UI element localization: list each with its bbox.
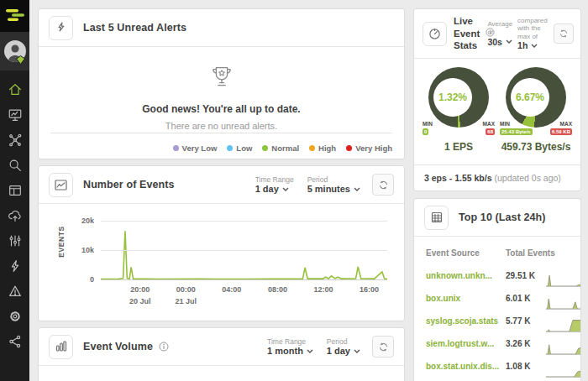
sidebar-item-alerts[interactable] [0, 253, 29, 279]
sidebar [0, 0, 29, 381]
user-avatar[interactable] [0, 32, 29, 70]
table-row[interactable]: syslog.scoja.stats5.77 K [414, 310, 580, 332]
column-total-events: Total Events [506, 248, 580, 258]
column-event-source: Event Source [426, 248, 506, 258]
time-range-control: Time Range 1 month [267, 337, 313, 356]
event-source-link[interactable]: unknown.unkn... [426, 271, 506, 280]
total-events-value: 3.26 K [506, 339, 546, 348]
sidebar-item-settings[interactable] [0, 304, 29, 329]
time-range-value: 1 month [267, 346, 303, 356]
legend-item: Low [227, 144, 252, 153]
panel-number-of-events: Number of Events Time Range 1 day Period… [38, 165, 405, 321]
sidebar-item-filters[interactable] [0, 228, 29, 253]
time-range-control: Time Range 1 day [255, 175, 294, 194]
refresh-button[interactable] [372, 174, 394, 196]
period-dropdown[interactable]: 1 day [327, 346, 360, 356]
sidebar-item-search[interactable] [0, 153, 29, 178]
live-updated-text: (updated 0s ago) [494, 173, 560, 183]
panel-title: Live Event Stats [454, 15, 482, 51]
legend-dot [309, 145, 315, 151]
app-logo[interactable] [0, 0, 29, 32]
refresh-button[interactable] [554, 23, 574, 44]
dashboard-layout-icon [8, 183, 23, 198]
sliders-icon [8, 233, 23, 248]
y-axis-ticks: 20k10k0 [66, 214, 94, 279]
legend-dot [346, 145, 352, 151]
bytes-min-badge: 25.43 Byte/s [500, 128, 533, 135]
legend-item: Very Low [173, 144, 218, 153]
sidebar-item-incidents[interactable] [0, 279, 29, 304]
divider [50, 133, 392, 133]
eps-gauge: 1.32% MIN MAX 0 68 1 EPS [423, 67, 495, 153]
info-icon[interactable] [159, 342, 169, 352]
sparkline [546, 271, 580, 287]
x-tick-label: 20:0020 Jul [129, 284, 151, 307]
y-tick-label: 0 [90, 275, 94, 284]
sidebar-item-dashboard[interactable] [0, 178, 29, 203]
sidebar-nav [0, 77, 29, 354]
legend-dot [227, 145, 233, 151]
live-stats-icon-box [423, 22, 447, 46]
time-range-dropdown[interactable]: 1 day [255, 184, 294, 194]
panel-title: Top 10 (Last 24h) [459, 211, 546, 223]
bytes-max-badge: 6.59 KB [550, 128, 572, 135]
table-row[interactable]: box.win_nxlog.i...0.48 K [414, 378, 580, 381]
x-tick-label: 16:00 [360, 284, 379, 296]
refresh-button[interactable] [372, 336, 394, 358]
table-row[interactable]: box.stat.unix.dis...1.08 K [414, 355, 580, 378]
sidebar-item-topology[interactable] [0, 128, 29, 153]
compared-max-control: compared with the max of 1h [517, 17, 550, 51]
eps-caption: 1 EPS [423, 141, 495, 153]
legend-label: Very Low [182, 144, 218, 153]
gridline [101, 279, 387, 280]
refresh-icon [378, 180, 389, 190]
network-topology-icon [8, 133, 23, 148]
severity-legend: Very LowLowNormalHighVery High [173, 144, 392, 153]
max-label: MAX [560, 121, 572, 127]
time-range-label: Time Range [255, 175, 294, 184]
chart-plot-area [101, 214, 387, 279]
sidebar-item-integrations[interactable] [0, 329, 29, 354]
volume-panel-header: Event Volume Time Range 1 month Period 1… [39, 328, 404, 366]
event-source-link[interactable]: box.stat.unix.dis... [426, 362, 506, 371]
period-value: 5 minutes [307, 184, 350, 194]
legend-label: Low [236, 144, 252, 153]
table-row[interactable]: unknown.unkn...29.51 K [414, 264, 580, 287]
gridline [101, 250, 387, 251]
panel-title: Event Volume [83, 341, 153, 352]
legend-label: High [318, 144, 336, 153]
period-control: Period 1 day [327, 337, 360, 356]
info-icon[interactable] [486, 28, 495, 39]
share-nodes-icon [8, 334, 23, 349]
eps-percent: 1.32% [438, 91, 467, 103]
period-label: Period [307, 175, 360, 184]
event-source-link[interactable]: box.unix [426, 294, 506, 303]
events-chart: EVENTS 20k10k0 20:0020 Jul00:0021 Jul04:… [39, 204, 404, 321]
logpoint-logo-icon [4, 8, 26, 24]
table-row[interactable]: siem.logtrust.w...3.26 K [414, 332, 580, 355]
sidebar-item-home[interactable] [0, 77, 29, 102]
total-events-value: 29.51 K [506, 271, 546, 280]
sparkline [546, 339, 580, 355]
x-tick-label: 04:00 [222, 284, 241, 296]
sidebar-item-cloud-upload[interactable] [0, 203, 29, 228]
period-dropdown[interactable]: 5 minutes [307, 184, 360, 194]
sparkline [546, 316, 580, 332]
sidebar-item-log-monitor[interactable] [0, 102, 29, 128]
compared-max-dropdown[interactable]: 1h [517, 40, 550, 50]
x-tick-label: 00:0021 Jul [176, 284, 197, 307]
max-label: MAX [483, 121, 495, 127]
live-rate-text: 3 eps - 1.55 kb/s [424, 173, 492, 183]
event-source-link[interactable]: siem.logtrust.w... [426, 339, 506, 348]
table-row[interactable]: box.unix6.01 K [414, 287, 580, 310]
top10-rows: unknown.unkn...29.51 Kbox.unix6.01 Ksysl… [414, 264, 580, 381]
chevron-down-icon [354, 349, 360, 353]
lightning-icon [8, 258, 23, 274]
legend-label: Normal [271, 144, 299, 153]
live-stats-title-text: Live Event Stats [454, 16, 480, 50]
gauge-icon [428, 28, 441, 40]
panel-unread-alerts: Last 5 Unread Alerts Good news! You're a… [38, 8, 405, 159]
x-tick-label: 12:00 [313, 284, 333, 296]
time-range-dropdown[interactable]: 1 month [267, 346, 313, 356]
event-source-link[interactable]: syslog.scoja.stats [426, 316, 506, 326]
